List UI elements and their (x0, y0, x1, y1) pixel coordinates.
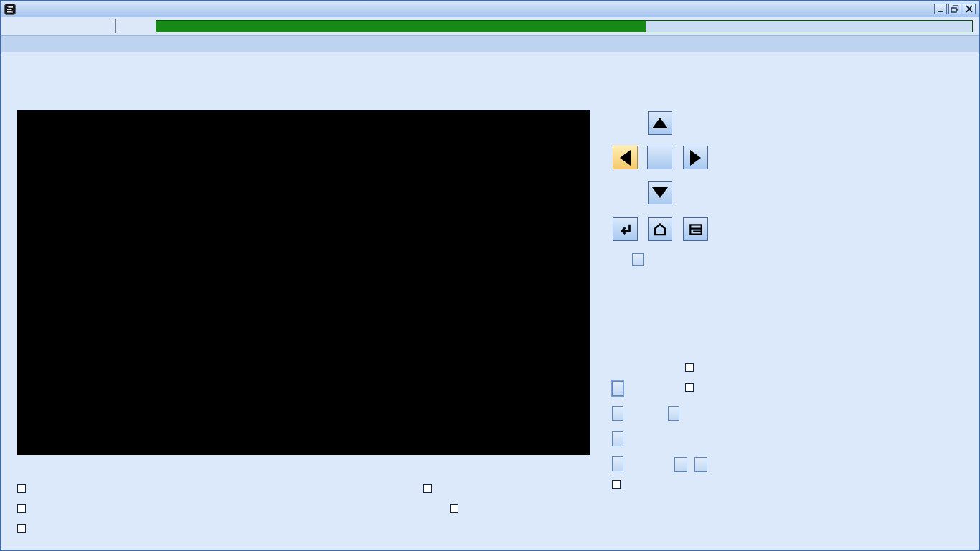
disable-ethernet-checkbox[interactable] (17, 504, 26, 513)
left-arrow-icon (620, 150, 631, 166)
disable-page-tabs-row (685, 383, 700, 392)
play-lrd-file-button[interactable] (612, 456, 623, 471)
enable-leds-checkbox[interactable] (685, 363, 694, 372)
nav-home-button[interactable] (648, 217, 672, 241)
lrd-next-button[interactable] (694, 457, 707, 472)
disable-editing-page-checkbox[interactable] (450, 504, 458, 513)
menu-separator (113, 19, 116, 33)
close-icon (965, 5, 974, 13)
title-bar[interactable] (1, 1, 979, 17)
restore-icon (951, 5, 959, 13)
back-icon (618, 222, 633, 237)
restore-button[interactable] (948, 4, 961, 14)
nav-down-button[interactable] (648, 181, 672, 204)
close-button[interactable] (963, 4, 976, 14)
math-ops-progress-fill (156, 21, 646, 32)
set-monitem-value-button[interactable] (612, 431, 623, 446)
use-beacons-checkbox[interactable] (612, 480, 621, 489)
menu-bar (1, 17, 979, 36)
disable-editing-all-checkbox[interactable] (423, 484, 432, 493)
enable-leds-row (685, 363, 700, 372)
nav-right-button[interactable] (683, 146, 708, 169)
nav-left-button[interactable] (613, 146, 638, 169)
drivers-menu-button[interactable] (632, 253, 644, 266)
down-arrow-icon (652, 187, 668, 198)
disable-ethernet-row (17, 504, 32, 513)
lrd-prev-button[interactable] (674, 457, 687, 472)
nav-up-button[interactable] (648, 111, 672, 135)
up-arrow-icon (652, 118, 668, 128)
menu-icon (688, 222, 704, 237)
disable-editing-all-row (423, 484, 438, 493)
goto-page-button[interactable] (612, 406, 623, 421)
set-page-name-button[interactable] (612, 381, 623, 396)
hide-page-row (17, 484, 32, 493)
home-icon (652, 222, 668, 237)
nav-menu-button[interactable] (683, 217, 708, 241)
disable-editing-page-row (450, 504, 465, 513)
disable-page-tabs-checkbox[interactable] (685, 383, 694, 392)
right-arrow-icon (690, 150, 701, 166)
nav-ok-button[interactable] (647, 146, 672, 169)
minimize-icon (936, 5, 945, 13)
minimize-button[interactable] (934, 4, 947, 14)
math-ops-progress (156, 20, 973, 32)
tab-bar (1, 36, 979, 52)
content-area (1, 52, 979, 547)
hide-page-checkbox[interactable] (17, 484, 26, 493)
sdash-logo-icon (4, 4, 16, 15)
move-page-button[interactable] (668, 406, 679, 421)
nav-back-button[interactable] (613, 217, 638, 241)
app-window (0, 0, 980, 551)
disable-flash-logging-checkbox[interactable] (17, 524, 26, 533)
use-beacons-row (612, 480, 627, 489)
disable-flash-logging-row (17, 524, 32, 533)
dash-preview[interactable] (17, 110, 590, 455)
